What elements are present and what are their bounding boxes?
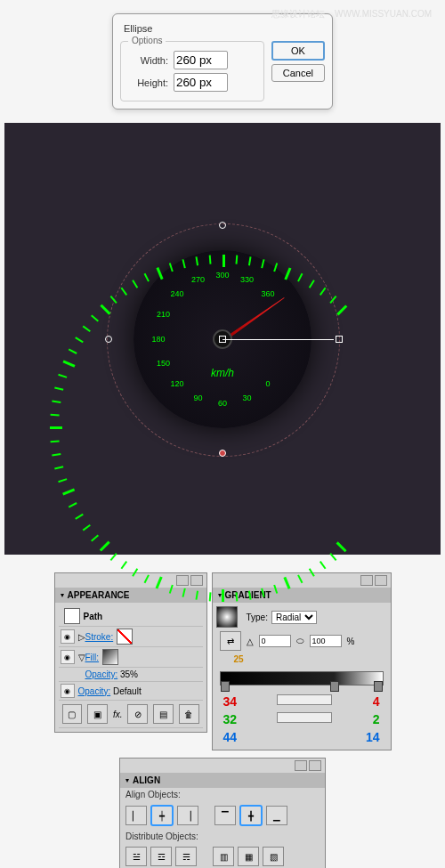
tick-mark	[69, 348, 77, 353]
gauge-number: 270	[184, 275, 211, 284]
tick-mark	[110, 553, 117, 561]
aspect-input[interactable]	[310, 635, 342, 647]
gradient-tab[interactable]: ▾GRADIENT	[213, 588, 391, 603]
dist-hcenter-icon[interactable]: ▦	[238, 847, 259, 866]
tick-mark	[100, 540, 110, 551]
gradient-ramp[interactable]	[220, 671, 384, 685]
options-label: Options	[128, 36, 166, 45]
new-fill-icon[interactable]: ▢	[62, 704, 83, 724]
opacity2-value: Default	[113, 686, 142, 696]
opacity-slider[interactable]	[277, 694, 332, 705]
visibility-icon[interactable]: ◉	[61, 629, 75, 644]
path-swatch	[64, 608, 80, 624]
tick-mark	[91, 314, 99, 321]
dist-top-icon[interactable]: ☱	[125, 847, 147, 866]
tick-mark	[62, 488, 75, 495]
tick-mark	[52, 452, 61, 456]
tick-mark	[51, 413, 60, 416]
dialog-title: Ellipse	[120, 21, 325, 36]
delete-icon[interactable]: 🗑	[179, 704, 199, 724]
tick-mark	[58, 373, 67, 377]
dist-vcenter-icon[interactable]: ☲	[150, 847, 172, 866]
watermark: 思缘设计论坛 WWW.MISSYUAN.COM	[264, 7, 432, 20]
selection-line	[222, 339, 334, 340]
panel-menu-icon[interactable]	[176, 575, 189, 586]
duplicate-icon[interactable]: ▤	[153, 704, 174, 724]
align-hcenter-icon[interactable]: ┿	[150, 805, 174, 826]
opacity-link[interactable]: Opacity:	[85, 669, 118, 679]
align-bottom-icon[interactable]: ▁	[266, 806, 287, 825]
height-label: Height:	[128, 77, 168, 88]
ok-button[interactable]: OK	[271, 41, 325, 61]
align-right-icon[interactable]: ▕	[177, 806, 198, 825]
b1-value: 44	[223, 730, 238, 744]
tick-mark	[83, 523, 91, 530]
fill-swatch[interactable]	[102, 649, 118, 665]
gauge-number: 300	[209, 271, 236, 280]
align-vcenter-icon[interactable]: ╋	[239, 805, 263, 826]
gauge-number: 330	[234, 275, 261, 284]
dist-bottom-icon[interactable]: ☴	[175, 847, 197, 866]
tick-mark	[336, 541, 347, 552]
align-title: ALIGN	[133, 775, 160, 785]
reverse-icon[interactable]: ⇄	[220, 631, 241, 651]
visibility-icon[interactable]: ◉	[61, 650, 75, 664]
path-label: Path	[84, 612, 103, 621]
handle-bottom[interactable]	[219, 450, 226, 457]
fill-link[interactable]: Fill:	[85, 653, 100, 662]
clear-icon[interactable]: ⊘	[127, 704, 148, 724]
tick-mark	[75, 337, 84, 343]
panel-menu-icon[interactable]	[360, 575, 373, 586]
stroke-swatch[interactable]	[117, 629, 133, 645]
tick-mark	[50, 426, 62, 429]
width-label: Width:	[128, 55, 168, 66]
angle-icon: △	[247, 637, 254, 646]
gradient-stop[interactable]	[221, 681, 230, 692]
opacity2-link[interactable]: Opacity:	[78, 686, 111, 696]
opacity-value: 35%	[120, 669, 138, 679]
height-input[interactable]	[174, 73, 228, 92]
tick-mark	[121, 561, 127, 569]
visibility-icon[interactable]: ◉	[61, 684, 75, 698]
stroke-link[interactable]: Stroke:	[85, 632, 114, 642]
align-top-icon[interactable]: ▔	[214, 806, 236, 825]
align-tab[interactable]: ▾ALIGN	[120, 773, 325, 788]
g1-value: 32	[223, 712, 238, 726]
gradient-preview[interactable]	[216, 606, 238, 628]
gradient-stop[interactable]	[374, 681, 383, 692]
new-stroke-icon[interactable]: ▣	[87, 704, 108, 724]
panel-collapse-icon[interactable]	[190, 575, 203, 586]
handle-center[interactable]	[219, 336, 226, 343]
handle-top[interactable]	[219, 222, 226, 229]
cancel-button[interactable]: Cancel	[271, 64, 325, 82]
dist-left-icon[interactable]: ▥	[213, 847, 234, 866]
speedometer[interactable]: 0306090120150180210240270300330360 km/h	[107, 223, 338, 455]
panel-menu-icon[interactable]	[295, 760, 307, 771]
chevron-down-icon: ▾	[61, 591, 64, 599]
chevron-down-icon: ▾	[218, 591, 222, 599]
tick-mark	[83, 325, 91, 331]
gradient-type-select[interactable]: Radial	[271, 611, 317, 624]
appearance-title: APPEARANCE	[68, 590, 130, 600]
panel-collapse-icon[interactable]	[309, 760, 321, 771]
type-label: Type:	[247, 612, 268, 622]
align-objects-label: Align Objects:	[120, 788, 325, 801]
align-left-icon[interactable]: ▏	[125, 806, 147, 825]
gradient-stop[interactable]	[330, 681, 339, 692]
expand-icon[interactable]: ▽	[78, 653, 85, 662]
width-input[interactable]	[174, 51, 228, 69]
gauge-number: 240	[164, 289, 190, 298]
gauge-number: 150	[150, 359, 176, 368]
location-slider[interactable]	[277, 712, 332, 723]
handle-right[interactable]	[336, 336, 343, 343]
ellipse-dialog: Ellipse Options Width: Height: OK Cancel	[112, 13, 333, 110]
expand-icon[interactable]: ▷	[78, 632, 85, 642]
pct-label: %	[347, 637, 355, 646]
dist-right-icon[interactable]: ▧	[263, 847, 284, 866]
fx-icon[interactable]: fx.	[113, 710, 123, 719]
panel-collapse-icon[interactable]	[375, 575, 387, 586]
handle-left[interactable]	[105, 336, 112, 343]
aspect-icon: ⬭	[296, 636, 304, 646]
angle-input[interactable]	[259, 635, 291, 647]
artboard[interactable]: 0306090120150180210240270300330360 km/h	[4, 123, 441, 555]
